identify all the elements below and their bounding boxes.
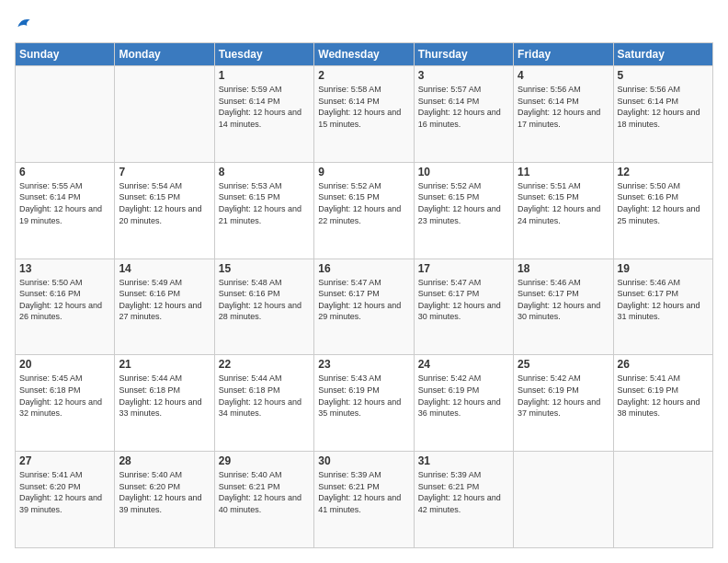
calendar-week-row: 20Sunrise: 5:45 AM Sunset: 6:18 PM Dayli…: [16, 355, 713, 452]
calendar-cell: 25Sunrise: 5:42 AM Sunset: 6:19 PM Dayli…: [514, 355, 613, 452]
day-info: Sunrise: 5:44 AM Sunset: 6:18 PM Dayligh…: [219, 373, 310, 419]
day-number: 9: [318, 166, 409, 178]
day-number: 19: [618, 262, 709, 275]
day-number: 29: [219, 454, 310, 467]
calendar-cell: 13Sunrise: 5:50 AM Sunset: 6:16 PM Dayli…: [16, 259, 115, 355]
day-number: 25: [518, 358, 609, 371]
day-info: Sunrise: 5:48 AM Sunset: 6:16 PM Dayligh…: [219, 277, 310, 323]
day-info: Sunrise: 5:56 AM Sunset: 6:14 PM Dayligh…: [518, 84, 609, 130]
day-number: 22: [219, 358, 310, 371]
calendar-header-row: SundayMondayTuesdayWednesdayThursdayFrid…: [16, 43, 713, 66]
day-number: 8: [219, 166, 310, 178]
day-number: 26: [618, 358, 709, 371]
day-number: 17: [418, 262, 509, 275]
day-number: 30: [318, 454, 409, 467]
day-number: 23: [318, 358, 409, 371]
logo: [15, 15, 37, 33]
calendar-cell: 14Sunrise: 5:49 AM Sunset: 6:16 PM Dayli…: [115, 259, 214, 355]
day-info: Sunrise: 5:50 AM Sunset: 6:16 PM Dayligh…: [19, 277, 110, 323]
day-info: Sunrise: 5:54 AM Sunset: 6:15 PM Dayligh…: [119, 180, 210, 226]
calendar-day-header: Tuesday: [214, 43, 313, 66]
calendar-week-row: 6Sunrise: 5:55 AM Sunset: 6:14 PM Daylig…: [16, 162, 713, 259]
day-info: Sunrise: 5:39 AM Sunset: 6:21 PM Dayligh…: [418, 469, 509, 515]
header: [15, 15, 713, 33]
calendar-cell: 26Sunrise: 5:41 AM Sunset: 6:19 PM Dayli…: [613, 355, 712, 452]
day-number: 24: [418, 358, 509, 371]
day-info: Sunrise: 5:52 AM Sunset: 6:15 PM Dayligh…: [318, 180, 409, 226]
day-info: Sunrise: 5:57 AM Sunset: 6:14 PM Dayligh…: [418, 84, 509, 130]
day-number: 28: [119, 454, 210, 467]
day-info: Sunrise: 5:39 AM Sunset: 6:21 PM Dayligh…: [318, 469, 409, 515]
day-info: Sunrise: 5:42 AM Sunset: 6:19 PM Dayligh…: [418, 373, 509, 419]
calendar-day-header: Wednesday: [314, 43, 414, 66]
day-info: Sunrise: 5:45 AM Sunset: 6:18 PM Dayligh…: [19, 373, 110, 419]
day-number: 13: [19, 262, 110, 275]
calendar-cell: 21Sunrise: 5:44 AM Sunset: 6:18 PM Dayli…: [115, 355, 214, 452]
day-number: 27: [19, 454, 110, 467]
calendar-cell: 19Sunrise: 5:46 AM Sunset: 6:17 PM Dayli…: [613, 259, 712, 355]
day-number: 10: [418, 166, 509, 178]
calendar-day-header: Sunday: [16, 43, 115, 66]
day-info: Sunrise: 5:41 AM Sunset: 6:20 PM Dayligh…: [19, 469, 110, 515]
calendar-cell: 6Sunrise: 5:55 AM Sunset: 6:14 PM Daylig…: [16, 162, 115, 259]
day-info: Sunrise: 5:42 AM Sunset: 6:19 PM Dayligh…: [518, 373, 609, 419]
day-info: Sunrise: 5:50 AM Sunset: 6:16 PM Dayligh…: [618, 180, 709, 226]
day-number: 20: [19, 358, 110, 371]
day-info: Sunrise: 5:46 AM Sunset: 6:17 PM Dayligh…: [518, 277, 609, 323]
calendar-day-header: Friday: [514, 43, 613, 66]
day-info: Sunrise: 5:55 AM Sunset: 6:14 PM Dayligh…: [19, 180, 110, 226]
calendar-cell: 9Sunrise: 5:52 AM Sunset: 6:15 PM Daylig…: [314, 162, 414, 259]
calendar-cell: 15Sunrise: 5:48 AM Sunset: 6:16 PM Dayli…: [214, 259, 313, 355]
calendar-cell: [613, 452, 712, 548]
calendar-cell: 5Sunrise: 5:56 AM Sunset: 6:14 PM Daylig…: [613, 66, 712, 163]
day-info: Sunrise: 5:52 AM Sunset: 6:15 PM Dayligh…: [418, 180, 509, 226]
day-info: Sunrise: 5:53 AM Sunset: 6:15 PM Dayligh…: [219, 180, 310, 226]
day-number: 12: [618, 166, 709, 178]
day-info: Sunrise: 5:58 AM Sunset: 6:14 PM Dayligh…: [318, 84, 409, 130]
calendar-cell: [514, 452, 613, 548]
calendar-cell: 20Sunrise: 5:45 AM Sunset: 6:18 PM Dayli…: [16, 355, 115, 452]
day-number: 21: [119, 358, 210, 371]
calendar-cell: [16, 66, 115, 163]
calendar-cell: 23Sunrise: 5:43 AM Sunset: 6:19 PM Dayli…: [314, 355, 414, 452]
calendar-day-header: Saturday: [613, 43, 712, 66]
calendar-day-header: Thursday: [414, 43, 513, 66]
calendar-cell: 28Sunrise: 5:40 AM Sunset: 6:20 PM Dayli…: [115, 452, 214, 548]
calendar-cell: 2Sunrise: 5:58 AM Sunset: 6:14 PM Daylig…: [314, 66, 414, 163]
calendar-cell: 17Sunrise: 5:47 AM Sunset: 6:17 PM Dayli…: [414, 259, 513, 355]
calendar-cell: 18Sunrise: 5:46 AM Sunset: 6:17 PM Dayli…: [514, 259, 613, 355]
calendar-cell: 27Sunrise: 5:41 AM Sunset: 6:20 PM Dayli…: [16, 452, 115, 548]
calendar-cell: 10Sunrise: 5:52 AM Sunset: 6:15 PM Dayli…: [414, 162, 513, 259]
calendar-week-row: 1Sunrise: 5:59 AM Sunset: 6:14 PM Daylig…: [16, 66, 713, 163]
day-info: Sunrise: 5:43 AM Sunset: 6:19 PM Dayligh…: [318, 373, 409, 419]
day-info: Sunrise: 5:47 AM Sunset: 6:17 PM Dayligh…: [418, 277, 509, 323]
calendar-table: SundayMondayTuesdayWednesdayThursdayFrid…: [15, 42, 713, 548]
calendar-cell: 22Sunrise: 5:44 AM Sunset: 6:18 PM Dayli…: [214, 355, 313, 452]
day-number: 5: [618, 69, 709, 82]
day-info: Sunrise: 5:49 AM Sunset: 6:16 PM Dayligh…: [119, 277, 210, 323]
day-info: Sunrise: 5:41 AM Sunset: 6:19 PM Dayligh…: [618, 373, 709, 419]
calendar-cell: 8Sunrise: 5:53 AM Sunset: 6:15 PM Daylig…: [214, 162, 313, 259]
day-info: Sunrise: 5:51 AM Sunset: 6:15 PM Dayligh…: [518, 180, 609, 226]
day-number: 7: [119, 166, 210, 178]
calendar-week-row: 13Sunrise: 5:50 AM Sunset: 6:16 PM Dayli…: [16, 259, 713, 355]
day-info: Sunrise: 5:44 AM Sunset: 6:18 PM Dayligh…: [119, 373, 210, 419]
day-number: 4: [518, 69, 609, 82]
calendar-cell: 4Sunrise: 5:56 AM Sunset: 6:14 PM Daylig…: [514, 66, 613, 163]
day-info: Sunrise: 5:40 AM Sunset: 6:21 PM Dayligh…: [219, 469, 310, 515]
calendar-week-row: 27Sunrise: 5:41 AM Sunset: 6:20 PM Dayli…: [16, 452, 713, 548]
calendar-cell: 1Sunrise: 5:59 AM Sunset: 6:14 PM Daylig…: [214, 66, 313, 163]
day-info: Sunrise: 5:59 AM Sunset: 6:14 PM Dayligh…: [219, 84, 310, 130]
page: SundayMondayTuesdayWednesdayThursdayFrid…: [0, 0, 728, 563]
day-number: 31: [418, 454, 509, 467]
day-info: Sunrise: 5:40 AM Sunset: 6:20 PM Dayligh…: [119, 469, 210, 515]
calendar-cell: 16Sunrise: 5:47 AM Sunset: 6:17 PM Dayli…: [314, 259, 414, 355]
day-number: 16: [318, 262, 409, 275]
calendar-cell: 29Sunrise: 5:40 AM Sunset: 6:21 PM Dayli…: [214, 452, 313, 548]
calendar-cell: 11Sunrise: 5:51 AM Sunset: 6:15 PM Dayli…: [514, 162, 613, 259]
calendar-cell: 31Sunrise: 5:39 AM Sunset: 6:21 PM Dayli…: [414, 452, 513, 548]
calendar-cell: 24Sunrise: 5:42 AM Sunset: 6:19 PM Dayli…: [414, 355, 513, 452]
day-number: 6: [19, 166, 110, 178]
day-number: 11: [518, 166, 609, 178]
day-number: 2: [318, 69, 409, 82]
